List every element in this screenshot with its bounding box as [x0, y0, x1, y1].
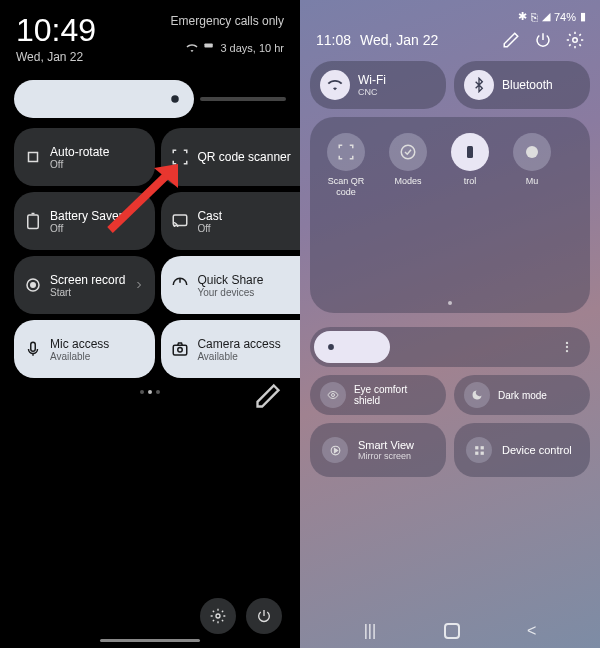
svg-point-1	[171, 95, 179, 103]
svg-point-14	[526, 146, 538, 158]
clock: 10:49	[16, 14, 96, 46]
device-control-card[interactable]: Device control	[454, 423, 590, 477]
more-icon[interactable]	[560, 340, 574, 354]
dark-mode-pill[interactable]: Dark mode	[454, 375, 590, 415]
battery-icon	[201, 43, 217, 53]
svg-point-12	[401, 145, 415, 159]
tile-mic-access[interactable]: Mic accessAvailable	[14, 320, 155, 378]
svg-rect-3	[28, 215, 39, 229]
power-button[interactable]	[246, 598, 282, 634]
brightness-icon	[324, 340, 338, 354]
qr-icon	[327, 133, 365, 171]
eye-comfort-pill[interactable]: Eye comfort shield	[310, 375, 446, 415]
svg-rect-7	[31, 342, 36, 351]
wifi-icon	[320, 70, 350, 100]
tile-screen-record[interactable]: Screen recordStart	[14, 256, 155, 314]
more-icon	[513, 133, 551, 171]
smart-view-card[interactable]: Smart ViewMirror screen	[310, 423, 446, 477]
page-indicator	[10, 390, 290, 394]
tile-quick-share[interactable]: Quick ShareYour devices	[161, 256, 320, 314]
status-bar: ✱ ⎘ ◢ 74% ▮	[310, 10, 590, 23]
svg-rect-24	[475, 451, 478, 454]
date: Wed, Jan 22	[360, 32, 438, 48]
cast-icon	[322, 437, 348, 463]
share-icon	[171, 276, 189, 294]
power-icon[interactable]	[534, 31, 552, 49]
brightness-slider[interactable]	[310, 327, 590, 367]
date: Wed, Jan 22	[16, 50, 96, 64]
qr-icon	[171, 148, 189, 166]
bluetooth-status-icon: ✱	[518, 10, 527, 23]
samsung-quick-settings: ✱ ⎘ ◢ 74% ▮ 11:08 Wed, Jan 22 Wi-FiCNC B…	[300, 0, 600, 648]
bluetooth-chip[interactable]: Bluetooth	[454, 61, 590, 109]
grid-icon	[466, 437, 492, 463]
svg-point-10	[216, 614, 220, 618]
mic-icon	[24, 340, 42, 358]
bluetooth-icon	[464, 70, 494, 100]
panel-item-mu[interactable]: Mu	[508, 133, 556, 198]
crop-icon	[24, 148, 42, 166]
svg-point-11	[573, 38, 578, 43]
edit-icon[interactable]	[254, 382, 282, 410]
panel-item-control[interactable]: trol	[446, 133, 494, 198]
emergency-text: Emergency calls only	[171, 14, 284, 28]
svg-rect-25	[480, 451, 483, 454]
svg-rect-13	[467, 146, 473, 158]
gear-icon	[210, 608, 226, 624]
panel-item-modes[interactable]: Modes	[384, 133, 432, 198]
tile-battery-saver[interactable]: Battery SaverOff	[14, 192, 155, 250]
camera-icon	[171, 340, 189, 358]
gear-icon[interactable]	[566, 31, 584, 49]
wifi-chip[interactable]: Wi-FiCNC	[310, 61, 446, 109]
svg-point-18	[566, 350, 568, 352]
header: 10:49 Wed, Jan 22 Emergency calls only 3…	[10, 14, 290, 64]
svg-point-6	[31, 283, 36, 288]
battery-icon: ▮	[580, 10, 586, 23]
quick-panel: Scan QR code Modes trol Mu	[310, 117, 590, 313]
battery-status: 3 days, 10 hr	[171, 42, 284, 54]
nav-pill[interactable]	[100, 639, 200, 642]
check-icon	[389, 133, 427, 171]
svg-point-16	[566, 342, 568, 344]
tile-qr-scanner[interactable]: QR code scanner	[161, 128, 320, 186]
tile-camera-access[interactable]: Camera accessAvailable	[161, 320, 320, 378]
eye-icon	[320, 382, 346, 408]
svg-rect-0	[205, 43, 213, 47]
svg-point-9	[178, 348, 183, 353]
remote-icon	[451, 133, 489, 171]
svg-rect-22	[475, 446, 478, 449]
brightness-icon	[166, 90, 184, 108]
page-dot	[448, 301, 452, 305]
settings-button[interactable]	[200, 598, 236, 634]
moon-icon	[464, 382, 490, 408]
nav-back[interactable]: <	[527, 622, 536, 640]
svg-point-15	[328, 344, 334, 350]
svg-point-19	[331, 394, 334, 397]
svg-rect-8	[174, 345, 188, 355]
pixel-quick-settings: 10:49 Wed, Jan 22 Emergency calls only 3…	[0, 0, 300, 648]
bottom-controls	[200, 598, 282, 634]
wifi-icon	[186, 42, 198, 54]
nav-bar: ||| <	[300, 622, 600, 640]
power-icon	[256, 608, 272, 624]
chevron-right-icon	[133, 279, 145, 291]
signal-icon: ◢	[542, 10, 550, 23]
svg-rect-2	[29, 153, 38, 162]
nav-home[interactable]	[444, 623, 460, 639]
tile-grid: Auto-rotateOff QR code scanner Battery S…	[10, 128, 290, 378]
cast-icon	[171, 212, 189, 230]
svg-point-17	[566, 346, 568, 348]
svg-marker-21	[334, 448, 337, 452]
svg-rect-23	[480, 446, 483, 449]
record-icon	[24, 276, 42, 294]
nfc-icon: ⎘	[531, 11, 538, 23]
nav-recents[interactable]: |||	[364, 622, 376, 640]
edit-icon[interactable]	[502, 31, 520, 49]
tile-auto-rotate[interactable]: Auto-rotateOff	[14, 128, 155, 186]
header: 11:08 Wed, Jan 22	[310, 31, 590, 49]
battery-icon	[24, 212, 42, 230]
tile-cast[interactable]: CastOff	[161, 192, 320, 250]
panel-item-qr[interactable]: Scan QR code	[322, 133, 370, 198]
clock: 11:08	[316, 32, 351, 48]
brightness-slider[interactable]	[10, 80, 290, 118]
